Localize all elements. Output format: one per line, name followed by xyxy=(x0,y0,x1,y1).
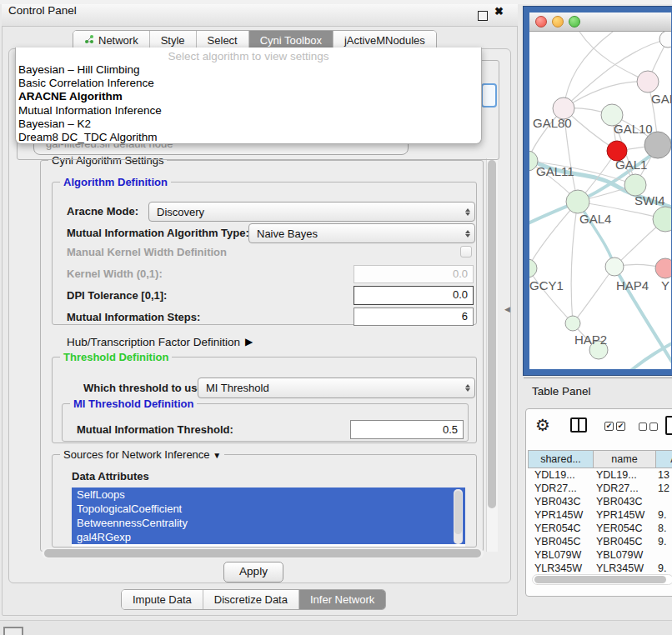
dropdown-item-basic-correlation-inference[interactable]: Basic Correlation Inference xyxy=(16,77,481,90)
table-row[interactable]: YER054CYER054C8. xyxy=(528,522,672,535)
network-node[interactable] xyxy=(659,32,671,48)
apply-button[interactable]: Apply xyxy=(223,562,283,582)
float-window-icon[interactable] xyxy=(478,11,488,21)
kernel-width-label: Kernel Width (0,1): xyxy=(67,268,163,280)
dpi-tolerance-input[interactable]: 0.0 xyxy=(354,286,474,305)
tab-label: Impute Data xyxy=(133,593,192,606)
settings-vscrollbar-thumb[interactable] xyxy=(488,160,496,508)
chevron-down-icon: ▼ xyxy=(213,451,221,460)
dropdown-item-bayesian-hill-climbing[interactable]: Bayesian – Hill Climbing xyxy=(16,63,481,77)
tab-infer-network[interactable]: Infer Network xyxy=(299,590,385,609)
table-row[interactable]: YLR345WYLR345W9. xyxy=(528,562,672,575)
bottom-strip xyxy=(0,620,672,635)
deselect-all-icon[interactable] xyxy=(639,422,658,431)
group-title: Threshold Definition xyxy=(60,351,172,363)
table-row[interactable]: YDR27...YDR27...12 xyxy=(528,482,672,495)
attribute-item-topologicalcoefficient[interactable]: TopologicalCoefficient xyxy=(72,502,465,516)
attribute-item-betweennesscentrality[interactable]: BetweennessCentrality xyxy=(72,516,465,530)
tab-discretize-data[interactable]: Discretize Data xyxy=(203,590,299,609)
mi-type-select[interactable]: Naive Bayes xyxy=(248,223,475,243)
table-cell: YPR145W xyxy=(528,508,593,522)
column-layout-icon-divider xyxy=(578,419,579,431)
network-node-gcy1[interactable] xyxy=(529,259,537,278)
node-label-gal1: GAL1 xyxy=(615,158,647,172)
aracne-mode-label: Aracne Mode: xyxy=(67,202,138,222)
table-row[interactable]: YDL19...YDL19...13 xyxy=(528,468,672,482)
control-panel-title: Control Panel xyxy=(8,0,77,22)
pane-divider-arrow[interactable]: ◀ xyxy=(504,305,510,313)
network-node-gal4[interactable] xyxy=(566,190,589,213)
settings-hscrollbar-thumb[interactable] xyxy=(44,549,481,558)
dropdown-item-aracne-algorithm[interactable]: ARACNE Algorithm xyxy=(16,90,481,103)
table-body: YDL19...YDL19...13YDR27...YDR27...12YBR0… xyxy=(528,468,672,588)
table-cell: YBR045C xyxy=(593,535,655,548)
table-cell: YLR345W xyxy=(593,562,655,575)
aracne-mode-select[interactable]: Discovery xyxy=(148,202,475,222)
network-edge[interactable] xyxy=(529,268,573,323)
close-icon[interactable]: ✖ xyxy=(494,5,504,18)
tab-label: jActiveMNodules xyxy=(344,34,425,47)
network-node-y[interactable] xyxy=(655,258,671,278)
attribute-item-selfloops[interactable]: SelfLoops xyxy=(72,488,465,502)
hub-definition-toggle[interactable]: Hub/Transcription Factor Definition ▶ xyxy=(67,334,253,349)
node-label-gcy1: GCY1 xyxy=(529,278,564,292)
table-row[interactable]: YBR043CYBR043C xyxy=(528,495,672,508)
tab-impute-data[interactable]: Impute Data xyxy=(122,590,203,609)
node-label-gal4: GAL4 xyxy=(579,212,611,226)
column-header-shared[interactable]: shared... xyxy=(528,450,593,468)
attributes-scrollbar-thumb[interactable] xyxy=(454,491,462,534)
node-label-y: Y xyxy=(661,278,669,292)
mi-threshold-label: Mutual Information Threshold: xyxy=(77,421,233,439)
table-hscrollbar-thumb[interactable] xyxy=(534,576,666,583)
mi-steps-input[interactable]: 6 xyxy=(354,308,474,326)
stepper-arrows-icon xyxy=(461,230,474,238)
network-edge[interactable] xyxy=(573,267,614,323)
node-label-swi4: SWI4 xyxy=(634,193,665,208)
zoom-window-button[interactable] xyxy=(569,16,580,28)
mi-threshold-input[interactable]: 0.5 xyxy=(350,420,464,439)
stepper-arrows-icon xyxy=(461,384,474,392)
network-edge[interactable] xyxy=(579,32,648,82)
sources-title: Sources for Network Inference xyxy=(63,448,210,461)
algorithm-combo-fragment[interactable] xyxy=(481,83,497,108)
network-node-hap2[interactable] xyxy=(565,316,580,331)
cyni-bottom-tabs: Impute DataDiscretize DataInfer Network xyxy=(121,589,386,610)
partial-toolbar-icon[interactable] xyxy=(665,416,672,435)
tab-label: Style xyxy=(161,34,185,47)
algorithm-dropdown-list: Select algorithm to view settings Bayesi… xyxy=(15,48,482,144)
network-edge[interactable] xyxy=(629,340,671,369)
select-all-icon[interactable]: ✔✔ xyxy=(604,422,625,431)
application-window: Control Panel ✖ NetworkStyleSelectCyni T… xyxy=(0,0,672,635)
table-cell: YBR045C xyxy=(528,535,593,548)
table-row[interactable]: YBR045CYBR045C9. xyxy=(528,535,672,548)
network-canvas[interactable]: GALGAL80GAL10GAL1GAL11GAL4SWI4GCY1HAP4YH… xyxy=(529,32,671,369)
dropdown-item-mutual-information-inference[interactable]: Mutual Information Inference xyxy=(16,104,481,118)
dropdown-item-bayesian-k2[interactable]: Bayesian – K2 xyxy=(16,118,481,131)
network-edge[interactable] xyxy=(564,82,648,108)
attribute-item-gal4rgexp[interactable]: gal4RGexp xyxy=(72,530,465,544)
node-label-hap2: HAP2 xyxy=(574,332,607,347)
manual-kernel-checkbox[interactable] xyxy=(460,246,472,258)
table-cell: 9. xyxy=(655,535,672,548)
gear-icon[interactable]: ⚙ xyxy=(535,417,550,433)
table-cell: 9. xyxy=(655,508,672,522)
chevron-right-icon: ▶ xyxy=(245,336,253,348)
column-header-name[interactable]: name xyxy=(593,450,655,468)
tab-label: Select xyxy=(208,34,238,47)
table-row[interactable]: YBL079WYBL079W xyxy=(528,548,672,562)
which-threshold-value: MI Threshold xyxy=(198,382,461,394)
sources-toggle[interactable]: Sources for Network Inference ▼ xyxy=(60,448,224,461)
minimized-panel-icon[interactable] xyxy=(3,627,23,635)
table-row[interactable]: YPR145WYPR145W9. xyxy=(528,508,672,522)
network-node-gal[interactable] xyxy=(637,71,659,92)
column-header-a[interactable]: A xyxy=(655,450,672,468)
node-label-gal80: GAL80 xyxy=(533,116,572,130)
minimize-window-button[interactable] xyxy=(552,16,564,28)
close-window-button[interactable] xyxy=(535,16,547,28)
network-node-hap4[interactable] xyxy=(605,258,624,276)
which-threshold-select[interactable]: MI Threshold xyxy=(198,378,475,398)
data-attributes-label: Data Attributes xyxy=(72,470,149,482)
kernel-width-input[interactable]: 0.0 xyxy=(354,265,474,283)
dropdown-item-dream8-dc-tdc-algorithm[interactable]: Dream8 DC_TDC Algorithm xyxy=(16,131,481,144)
network-edge[interactable] xyxy=(571,202,578,323)
